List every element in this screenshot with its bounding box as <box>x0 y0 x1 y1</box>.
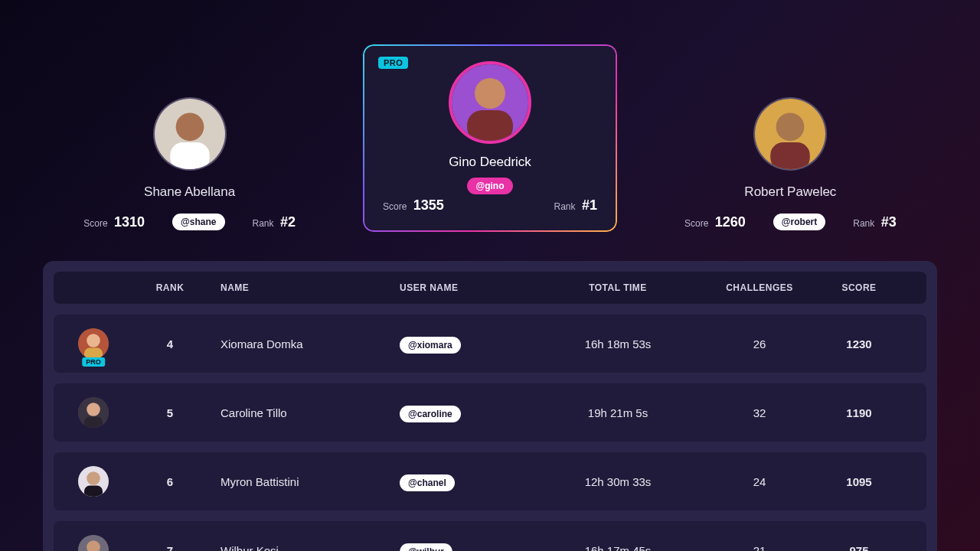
table-row[interactable]: 6 Myron Battistini @chanel 12h 30m 33s 2… <box>54 452 926 510</box>
cell-name: Xiomara Domka <box>216 337 377 350</box>
cell-username: @chanel <box>377 475 530 488</box>
col-name: NAME <box>216 282 377 293</box>
cell-name: Wilbur Kosi <box>216 544 377 552</box>
handle-pill[interactable]: @chanel <box>400 474 455 491</box>
leaderboard-table: RANK NAME USER NAME TOTAL TIME CHALLENGE… <box>43 261 937 551</box>
podium-stats: Score 1310 @shane Rank #2 <box>83 214 296 230</box>
table-row[interactable]: 5 Caroline Tillo @caroline 19h 21m 5s 32… <box>54 383 926 442</box>
podium-stats: Score 1260 @robert Rank #3 <box>684 214 897 230</box>
cell-username: @caroline <box>377 406 530 419</box>
col-challenges: CHALLENGES <box>706 282 813 293</box>
cell-score: 1230 <box>813 337 905 350</box>
podium-card-third[interactable]: Robert Pawelec Score 1260 @robert Rank #… <box>684 97 897 230</box>
cell-time: 16h 18m 53s <box>530 337 706 350</box>
cell-time: 16h 17m 45s <box>530 544 706 552</box>
table-row[interactable]: 7 Wilbur Kosi @wilbur 16h 17m 45s 21 975 <box>54 521 926 551</box>
leaderboard-podium: Shane Abellana Score 1310 @shane Rank #2… <box>0 0 980 261</box>
podium-card-second[interactable]: Shane Abellana Score 1310 @shane Rank #2 <box>83 97 296 230</box>
cell-time: 19h 21m 5s <box>530 406 706 419</box>
col-rank: RANK <box>124 282 216 293</box>
score-block: Score 1355 <box>383 197 444 214</box>
cell-rank: 7 <box>124 544 216 552</box>
pro-badge: PRO <box>378 57 408 69</box>
handle-pill[interactable]: @wilbur <box>400 543 452 552</box>
podium-name: Gino Deedrick <box>383 155 597 170</box>
cell-time: 12h 30m 33s <box>530 475 706 488</box>
handle-pill[interactable]: @gino <box>467 178 512 194</box>
avatar <box>153 97 227 171</box>
podium-name: Robert Pawelec <box>744 184 836 200</box>
cell-challenges: 21 <box>706 544 813 552</box>
cell-rank: 6 <box>124 475 216 488</box>
col-total-time: TOTAL TIME <box>530 282 706 293</box>
cell-challenges: 24 <box>706 475 813 488</box>
podium-name: Shane Abellana <box>144 184 235 200</box>
avatar <box>449 61 531 144</box>
avatar <box>78 466 109 497</box>
svg-point-10 <box>87 334 100 347</box>
cell-score: 1190 <box>813 406 905 419</box>
svg-rect-14 <box>84 417 103 428</box>
cell-rank: 5 <box>124 406 216 419</box>
cell-name: Caroline Tillo <box>216 406 377 419</box>
svg-point-4 <box>475 78 505 109</box>
col-username: USER NAME <box>377 282 530 293</box>
cell-username: @xiomara <box>377 337 530 350</box>
table-row[interactable]: PRO 4 Xiomara Domka @xiomara 16h 18m 53s… <box>54 315 926 373</box>
score-block: Score 1310 <box>83 214 145 230</box>
podium-card-first[interactable]: PRO Gino Deedrick @gino Score 1355 Rank … <box>364 46 616 230</box>
svg-rect-8 <box>771 142 811 169</box>
cell-name: Myron Battistini <box>216 475 377 488</box>
svg-point-1 <box>175 112 204 141</box>
avatar: PRO <box>78 328 109 359</box>
score-block: Score 1260 <box>684 214 746 230</box>
rank-block: Rank #3 <box>853 214 897 230</box>
handle-pill[interactable]: @shane <box>172 214 224 230</box>
handle-pill[interactable]: @robert <box>773 214 825 230</box>
cell-rank: 4 <box>124 337 216 350</box>
col-score: SCORE <box>813 282 905 293</box>
svg-rect-2 <box>170 142 210 169</box>
svg-point-7 <box>776 112 805 141</box>
cell-challenges: 32 <box>706 406 813 419</box>
cell-score: 975 <box>813 544 905 552</box>
avatar <box>78 535 109 551</box>
avatar <box>753 97 827 171</box>
table-header: RANK NAME USER NAME TOTAL TIME CHALLENGE… <box>54 272 926 304</box>
handle-pill[interactable]: @caroline <box>400 406 461 422</box>
cell-username: @wilbur <box>377 544 530 552</box>
cell-challenges: 26 <box>706 337 813 350</box>
pro-badge: PRO <box>82 357 105 367</box>
rank-block: Rank #1 <box>554 197 598 214</box>
cell-score: 1095 <box>813 475 905 488</box>
svg-point-13 <box>87 403 100 416</box>
svg-rect-5 <box>467 110 513 141</box>
svg-point-16 <box>87 471 100 485</box>
svg-rect-17 <box>84 486 103 497</box>
handle-pill[interactable]: @xiomara <box>400 337 461 354</box>
avatar <box>78 397 109 428</box>
rank-block: Rank #2 <box>253 214 296 230</box>
